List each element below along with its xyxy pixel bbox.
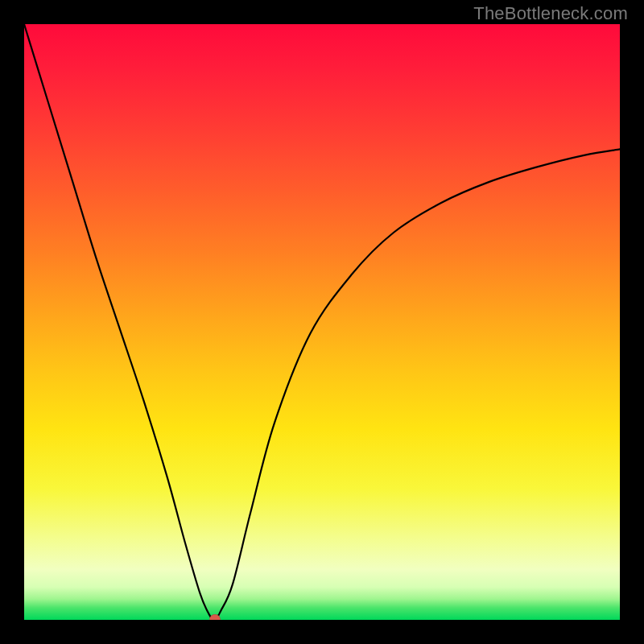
plot-area: [24, 24, 620, 620]
bottleneck-curve-svg: [24, 24, 620, 620]
chart-frame: TheBottleneck.com: [0, 0, 644, 644]
bottleneck-curve-path: [24, 24, 620, 620]
optimum-marker-dot: [209, 614, 221, 620]
watermark-text: TheBottleneck.com: [473, 3, 628, 24]
